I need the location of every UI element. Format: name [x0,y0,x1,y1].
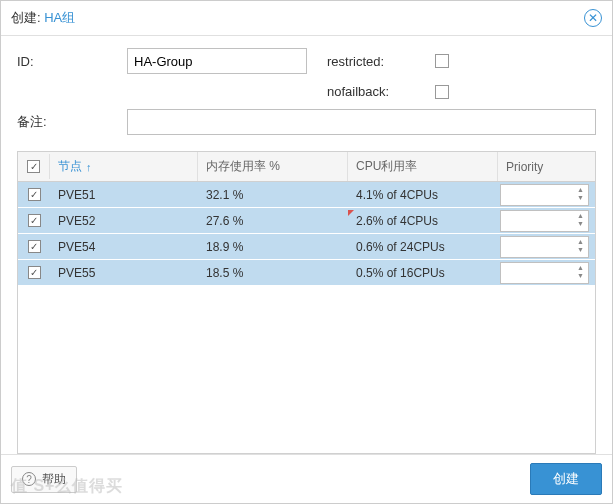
row-checkbox[interactable]: ✓ [28,240,41,253]
id-input[interactable] [127,48,307,74]
cell-memory: 18.9 % [198,236,348,258]
priority-spinner[interactable]: ▲▼ [500,236,589,258]
id-label: ID: [17,54,127,69]
nofailback-label: nofailback: [327,84,427,99]
cell-memory: 32.1 % [198,184,348,206]
table-body: ✓PVE5132.1 %4.1% of 4CPUs▲▼✓PVE5227.6 %2… [18,182,595,453]
form-row-nofailback: nofailback: [17,84,596,99]
form-area: ID: restricted: nofailback: 备注: [1,36,612,151]
sort-ascending-icon: ↑ [86,161,92,173]
row-checkbox[interactable]: ✓ [28,188,41,201]
cell-node: PVE51 [50,184,198,206]
table-row[interactable]: ✓PVE5518.5 %0.5% of 16CPUs▲▼ [18,260,595,286]
spinner-arrows-icon: ▲▼ [577,186,584,202]
table-row[interactable]: ✓PVE5227.6 %2.6% of 4CPUs▲▼ [18,208,595,234]
cell-memory: 27.6 % [198,210,348,232]
titlebar: 创建: HA组 ✕ [1,1,612,36]
cell-node: PVE54 [50,236,198,258]
priority-spinner[interactable]: ▲▼ [500,262,589,284]
restricted-label: restricted: [327,54,427,69]
cell-cpu: 0.5% of 16CPUs [348,262,498,284]
help-button[interactable]: ? 帮助 [11,466,77,493]
cell-priority: ▲▼ [498,208,595,234]
priority-spinner[interactable]: ▲▼ [500,184,589,206]
spinner-arrows-icon: ▲▼ [577,212,584,228]
dialog-title: 创建: HA组 [11,9,75,27]
ha-group-create-dialog: 创建: HA组 ✕ ID: restricted: nofailback: 备注… [0,0,613,504]
cell-cpu: 2.6% of 4CPUs [348,210,498,232]
comment-label: 备注: [17,113,127,131]
help-label: 帮助 [42,471,66,488]
row-checkbox-cell: ✓ [18,236,50,257]
cell-cpu: 4.1% of 4CPUs [348,184,498,206]
spinner-arrows-icon: ▲▼ [577,238,584,254]
header-cpu-label: CPU利用率 [356,158,417,175]
header-node-label: 节点 [58,158,82,175]
header-cpu[interactable]: CPU利用率 [348,152,498,181]
row-checkbox-cell: ✓ [18,262,50,283]
dirty-indicator-icon [348,210,354,216]
select-all-checkbox[interactable]: ✓ [27,160,40,173]
table-row[interactable]: ✓PVE5418.9 %0.6% of 24CPUs▲▼ [18,234,595,260]
dialog-footer: ? 帮助 创建 [1,454,612,503]
cell-priority: ▲▼ [498,260,595,286]
header-checkbox-cell: ✓ [18,154,50,179]
header-memory-label: 内存使用率 % [206,158,280,175]
form-row-comment: 备注: [17,109,596,135]
restricted-checkbox[interactable] [435,54,449,68]
spinner-arrows-icon: ▲▼ [577,264,584,280]
close-icon: ✕ [588,12,598,24]
row-checkbox[interactable]: ✓ [28,214,41,227]
title-prefix: 创建: [11,10,44,25]
create-label: 创建 [553,471,579,486]
priority-spinner[interactable]: ▲▼ [500,210,589,232]
cell-memory: 18.5 % [198,262,348,284]
header-priority[interactable]: Priority [498,154,595,180]
form-row-id: ID: restricted: [17,48,596,74]
cell-cpu: 0.6% of 24CPUs [348,236,498,258]
cell-priority: ▲▼ [498,234,595,260]
cell-node: PVE55 [50,262,198,284]
table-header: ✓ 节点 ↑ 内存使用率 % CPU利用率 Priority [18,152,595,182]
close-button[interactable]: ✕ [584,9,602,27]
title-suffix: HA组 [44,10,75,25]
row-checkbox-cell: ✓ [18,210,50,231]
help-icon: ? [22,472,36,486]
comment-input[interactable] [127,109,596,135]
cell-node: PVE52 [50,210,198,232]
table-row[interactable]: ✓PVE5132.1 %4.1% of 4CPUs▲▼ [18,182,595,208]
row-checkbox-cell: ✓ [18,184,50,205]
row-checkbox[interactable]: ✓ [28,266,41,279]
header-node[interactable]: 节点 ↑ [50,152,198,181]
create-button[interactable]: 创建 [530,463,602,495]
header-memory[interactable]: 内存使用率 % [198,152,348,181]
nofailback-checkbox[interactable] [435,85,449,99]
header-priority-label: Priority [506,160,543,174]
node-table: ✓ 节点 ↑ 内存使用率 % CPU利用率 Priority ✓PVE5132.… [17,151,596,454]
cell-priority: ▲▼ [498,182,595,208]
